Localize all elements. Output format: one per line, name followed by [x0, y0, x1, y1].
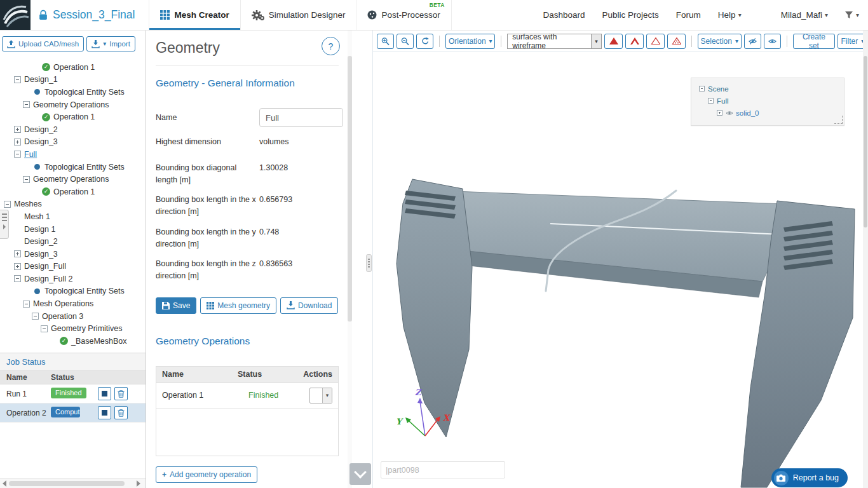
nav-public-projects[interactable]: Public Projects [602, 10, 659, 20]
tree-item-meshes[interactable]: Meshes [0, 198, 146, 211]
tree-item-design-full-2[interactable]: Design_Full 2 [0, 273, 146, 285]
job-row-operation-2[interactable]: Operation 2 Computing [0, 403, 146, 423]
nav-forum[interactable]: Forum [676, 10, 701, 20]
nav-help[interactable]: Help▾ [718, 10, 742, 20]
tab-simulation-designer[interactable]: Simulation Designer [240, 0, 356, 30]
collapse-icon[interactable] [4, 201, 11, 208]
stop-job-button[interactable] [98, 406, 111, 419]
zoom-out-button[interactable] [397, 34, 414, 49]
delete-job-button[interactable] [114, 387, 128, 400]
expand-icon[interactable] [14, 139, 21, 146]
mesh-quality-solid-button[interactable] [604, 34, 623, 49]
app-logo[interactable] [0, 0, 31, 30]
tree-item-geometry-operations[interactable]: Geometry Operations [0, 173, 146, 186]
hide-selection-button[interactable] [744, 34, 761, 49]
collapse-icon[interactable] [14, 76, 21, 83]
upload-cad-button[interactable]: Upload CAD/mesh [2, 36, 84, 51]
3d-viewport[interactable]: Orientation ▾ surfaces with wireframe ▾ … [372, 30, 868, 488]
scene-tree-item-full[interactable]: Full [698, 95, 837, 107]
scroll-left-arrow[interactable] [3, 480, 6, 487]
actions-select[interactable]: ▾ [309, 388, 332, 403]
tree-item-design-2-mesh[interactable]: Design_2 [0, 235, 146, 248]
scrollbar-thumb[interactable] [9, 481, 125, 486]
collapse-icon[interactable] [14, 275, 21, 282]
tree-item-design-3-mesh[interactable]: Design_3 [0, 248, 146, 261]
scene-tree-item-scene[interactable]: Scene [698, 83, 837, 95]
tree-item-full[interactable]: Full [0, 148, 146, 161]
scrollbar-thumb[interactable] [348, 56, 352, 322]
job-row-run-1[interactable]: Run 1 Finished [0, 384, 146, 403]
mesh-quality-points-button[interactable] [667, 34, 686, 49]
expand-icon[interactable] [717, 110, 722, 116]
tree-item-basemeshbox[interactable]: _BaseMeshBox [0, 335, 146, 348]
import-button[interactable]: ▾ Import [86, 36, 135, 51]
scrollbar-thumb[interactable] [864, 56, 867, 227]
expand-icon[interactable] [14, 263, 21, 270]
operation-row[interactable]: Operation 1 Finished ▾ [156, 383, 338, 409]
vertical-scrollbar[interactable] [348, 30, 352, 488]
tree-item-topological-entity-sets[interactable]: Topological Entity Sets [0, 161, 146, 173]
filter-menu[interactable]: ▾ [844, 11, 859, 19]
collapse-icon[interactable] [23, 176, 30, 183]
orientation-button[interactable]: Orientation ▾ [445, 34, 495, 49]
tree-item-topological-entity-sets[interactable]: Topological Entity Sets [0, 86, 146, 98]
collapse-icon[interactable] [32, 313, 39, 320]
collapse-icon[interactable] [41, 325, 48, 332]
tree-item-geometry-operations[interactable]: Geometry Operations [0, 98, 146, 111]
collapse-icon[interactable] [708, 98, 714, 104]
tree-item-design-full[interactable]: Design_Full [0, 261, 146, 273]
scene-tree-item-solid-0[interactable]: solid_0 [698, 107, 837, 119]
collapse-icon[interactable] [23, 101, 30, 108]
render-mode-select[interactable]: surfaces with wireframe ▾ [507, 34, 602, 49]
user-menu[interactable]: Milad_Mafi▾ [781, 10, 828, 20]
name-input[interactable] [259, 108, 343, 127]
expand-icon[interactable] [14, 126, 21, 133]
tree-item-mesh-operations[interactable]: Mesh Operations [0, 297, 146, 310]
panel-collapse-handle[interactable] [0, 210, 9, 239]
stop-job-button[interactable] [98, 387, 111, 400]
collapse-icon[interactable] [14, 151, 21, 158]
tree-item-geometry-primitives[interactable]: Geometry Primitives [0, 322, 146, 335]
panel-resize-handle[interactable] [366, 254, 372, 272]
nav-dashboard[interactable]: Dashboard [543, 10, 585, 20]
tree-item-design-1[interactable]: Design_1 [0, 74, 146, 86]
tree-item-design-2[interactable]: Design_2 [0, 123, 146, 136]
tree-item-design-1-mesh[interactable]: Design 1 [0, 223, 146, 236]
expand-icon[interactable] [14, 250, 21, 257]
selection-button[interactable]: Selection ▾ [698, 34, 742, 49]
tree-item-operation-1[interactable]: Operation 1 [0, 111, 146, 123]
mesh-quality-half-button[interactable] [625, 34, 644, 49]
mesh-quality-outline-button[interactable] [646, 34, 665, 49]
tree-item-operation-1[interactable]: Operation 1 [0, 61, 146, 74]
save-button[interactable]: Save [156, 297, 196, 314]
tab-mesh-creator[interactable]: Mesh Creator [149, 0, 240, 30]
tree-item-mesh-1[interactable]: Mesh 1 [0, 210, 146, 223]
show-selection-button[interactable] [764, 34, 781, 49]
add-geometry-operation-button[interactable]: + Add geometry operation [156, 466, 257, 483]
part-name-input[interactable] [381, 461, 505, 478]
refresh-view-button[interactable] [416, 34, 433, 49]
tree-item-topological-entity-sets[interactable]: Topological Entity Sets [0, 285, 146, 298]
dot-icon [34, 164, 40, 170]
horizontal-scrollbar[interactable] [0, 478, 146, 488]
download-button[interactable]: Download [280, 297, 338, 314]
scroll-down-button[interactable] [349, 463, 371, 485]
status-badge: Finished [51, 388, 86, 398]
collapse-icon[interactable] [699, 86, 705, 92]
tree-item-operation-1[interactable]: Operation 1 [0, 186, 146, 198]
page-scrollbar[interactable] [863, 30, 868, 488]
mesh-geometry-button[interactable]: Mesh geometry [200, 297, 276, 314]
eye-icon[interactable] [726, 110, 733, 116]
zoom-in-button[interactable] [377, 34, 394, 49]
delete-job-button[interactable] [114, 406, 128, 419]
scroll-right-arrow[interactable] [137, 480, 140, 487]
chevron-down-icon: ▾ [825, 12, 828, 18]
create-set-button[interactable]: Create set [793, 34, 835, 49]
report-bug-button[interactable]: Report a bug [771, 468, 848, 487]
tree-item-operation-3[interactable]: Operation 3 [0, 310, 146, 323]
tree-item-design-3[interactable]: Design_3 [0, 136, 146, 149]
tab-post-processor[interactable]: BETA Post-Processor [356, 0, 451, 30]
help-button[interactable]: ? [322, 37, 340, 55]
collapse-icon[interactable] [23, 301, 30, 308]
sidebar-buttons: Upload CAD/mesh ▾ Import [0, 30, 146, 56]
